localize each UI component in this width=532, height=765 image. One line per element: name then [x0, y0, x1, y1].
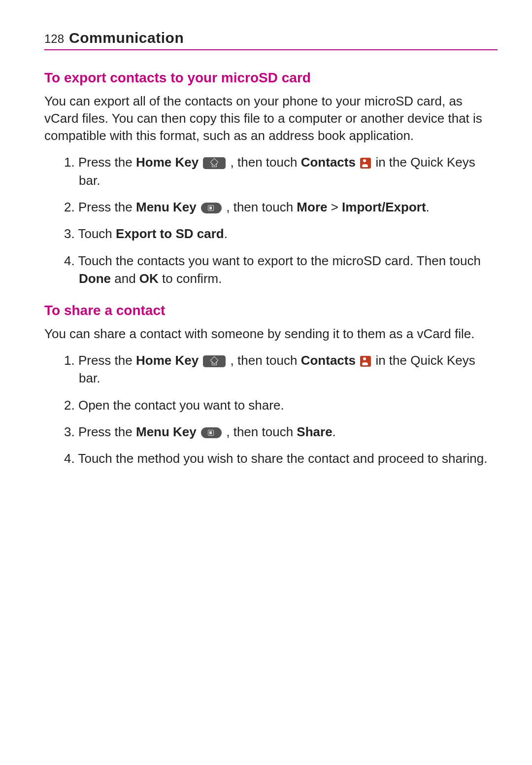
section-intro: You can share a contact with someone by …	[44, 325, 498, 343]
contacts-icon	[360, 158, 371, 169]
step-text: Press the	[75, 353, 136, 368]
step-text: Press the	[75, 424, 136, 439]
home-key-icon	[203, 157, 226, 169]
done-label: Done	[79, 271, 111, 286]
more-label: More	[297, 200, 327, 214]
section-intro: You can export all of the contacts on yo…	[44, 93, 498, 144]
step-3: 3. Press the Menu Key , then touch Share…	[64, 423, 498, 441]
home-key-icon	[203, 355, 226, 367]
section-heading: To export contacts to your microSD card	[44, 70, 498, 86]
step-num: 2.	[64, 398, 75, 413]
section-export-contacts: To export contacts to your microSD card …	[44, 70, 498, 288]
menu-key-icon	[201, 427, 222, 438]
step-text: Touch	[75, 226, 116, 241]
step-text: Press the	[75, 200, 136, 214]
step-text: , then touch	[227, 353, 300, 368]
step-1: 1. Press the Home Key , then touch Conta…	[64, 351, 498, 387]
step-text: , then touch	[223, 424, 297, 439]
step-4: 4. Touch the method you wish to share th…	[64, 450, 498, 467]
step-4: 4. Touch the contacts you want to export…	[64, 252, 498, 288]
contacts-label: Contacts	[301, 155, 356, 170]
step-num: 4.	[64, 451, 75, 466]
step-text: Touch the method you wish to share the c…	[75, 451, 488, 466]
page-number: 128	[44, 32, 64, 46]
import-export-label: Import/Export	[342, 200, 426, 214]
step-text: .	[224, 226, 228, 241]
step-text: , then touch	[223, 200, 297, 214]
menu-key-label: Menu Key	[136, 424, 197, 439]
contacts-icon	[360, 356, 371, 367]
step-text: Press the	[75, 155, 136, 170]
step-2: 2. Open the contact you want to share.	[64, 396, 498, 414]
step-text: , then touch	[227, 155, 300, 170]
menu-key-icon	[201, 203, 222, 213]
chapter-title: Communication	[69, 30, 184, 46]
step-num: 1.	[64, 353, 75, 368]
step-num: 4.	[64, 253, 75, 268]
step-text: and	[111, 271, 139, 286]
step-2: 2. Press the Menu Key , then touch More …	[64, 198, 498, 216]
step-num: 3.	[64, 424, 75, 439]
step-text: Touch the contacts you want to export to…	[75, 253, 481, 268]
step-text: Open the contact you want to share.	[75, 398, 284, 413]
step-text: to confirm.	[159, 271, 222, 286]
section-heading: To share a contact	[44, 303, 498, 318]
share-label: Share	[297, 424, 332, 439]
step-1: 1. Press the Home Key , then touch Conta…	[64, 153, 498, 189]
section-share-contact: To share a contact You can share a conta…	[44, 303, 498, 468]
step-text: .	[332, 424, 336, 439]
step-list: 1. Press the Home Key , then touch Conta…	[44, 153, 498, 287]
step-num: 2.	[64, 200, 75, 214]
page-header: 128 Communication	[44, 30, 498, 50]
export-sd-label: Export to SD card	[116, 226, 224, 241]
step-3: 3. Touch Export to SD card.	[64, 225, 498, 243]
home-key-label: Home Key	[136, 155, 199, 170]
contacts-label: Contacts	[301, 353, 356, 368]
step-text: .	[426, 200, 430, 214]
ok-label: OK	[139, 271, 159, 286]
step-num: 3.	[64, 226, 75, 241]
step-text: >	[327, 200, 342, 214]
menu-key-label: Menu Key	[136, 200, 197, 214]
home-key-label: Home Key	[136, 353, 199, 368]
step-num: 1.	[64, 155, 75, 170]
step-list: 1. Press the Home Key , then touch Conta…	[44, 351, 498, 468]
